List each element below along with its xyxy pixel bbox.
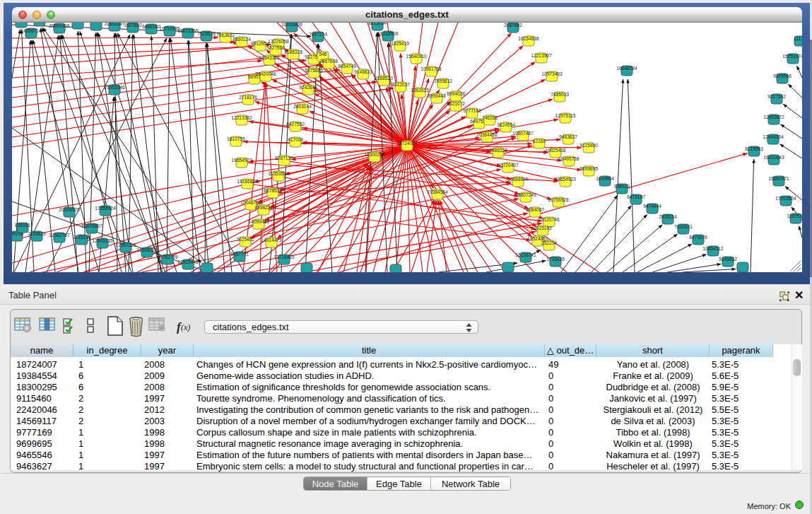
svg-text:6466160: 6466160: [142, 24, 160, 29]
svg-text:(x): (x): [181, 322, 190, 332]
svg-text:8322037: 8322037: [392, 82, 410, 87]
svg-text:15640910: 15640910: [406, 54, 427, 59]
svg-text:9146821: 9146821: [354, 69, 372, 74]
svg-text:12444154: 12444154: [763, 134, 784, 139]
svg-text:12093872: 12093872: [763, 115, 784, 119]
svg-text:9084067: 9084067: [526, 207, 544, 212]
svg-text:9329966: 9329966: [773, 74, 792, 78]
svg-text:19654923: 19654923: [555, 177, 576, 182]
svg-text:7485003: 7485003: [551, 92, 569, 97]
svg-text:62160: 62160: [533, 139, 546, 144]
svg-text:16648784: 16648784: [616, 66, 637, 71]
svg-text:8427552: 8427552: [286, 122, 305, 127]
svg-text:746266: 746266: [482, 115, 498, 120]
svg-text:10654112: 10654112: [703, 246, 724, 251]
svg-text:7857224: 7857224: [309, 32, 327, 37]
svg-text:2935114: 2935114: [659, 214, 677, 219]
svg-text:6479197: 6479197: [627, 194, 645, 199]
svg-text:16210643: 16210643: [763, 155, 784, 160]
svg-text:9474444: 9474444: [643, 204, 661, 209]
svg-text:23420046: 23420046: [255, 71, 276, 76]
svg-text:2087682: 2087682: [504, 23, 522, 28]
svg-text:15751074: 15751074: [782, 54, 802, 59]
svg-text:12505135: 12505135: [92, 238, 113, 243]
svg-text:7986322: 7986322: [489, 148, 507, 153]
svg-text:5875685: 5875685: [305, 68, 323, 73]
svg-text:10688609: 10688609: [507, 177, 529, 182]
svg-text:12923446: 12923446: [177, 259, 199, 264]
svg-text:10961758: 10961758: [420, 66, 442, 71]
svg-text:11353594: 11353594: [269, 171, 289, 176]
svg-text:2803144: 2803144: [293, 104, 312, 109]
svg-text:2718176: 2718176: [239, 95, 257, 100]
svg-text:8878532: 8878532: [264, 188, 282, 193]
svg-text:1167531: 1167531: [787, 214, 802, 218]
svg-text:10025438: 10025438: [545, 148, 566, 153]
svg-text:20206576: 20206576: [59, 207, 80, 212]
svg-text:938923: 938923: [614, 184, 630, 189]
svg-text:7955812: 7955812: [434, 78, 452, 83]
svg-text:3624554: 3624554: [497, 122, 515, 127]
svg-text:9899695: 9899695: [579, 166, 598, 171]
svg-text:11174: 11174: [794, 36, 802, 41]
svg-text:9245652: 9245652: [719, 257, 737, 262]
svg-text:13226058: 13226058: [268, 39, 289, 44]
svg-text:1527602: 1527602: [124, 23, 142, 28]
svg-text:14055714: 14055714: [20, 28, 42, 33]
svg-text:546: 546: [319, 52, 326, 57]
svg-text:16154838: 16154838: [518, 36, 539, 41]
svg-text:10807487: 10807487: [512, 131, 534, 136]
svg-text:9777169: 9777169: [463, 108, 481, 113]
svg-text:17016504: 17016504: [775, 196, 796, 201]
svg-text:18807249: 18807249: [515, 192, 536, 197]
svg-text:12942757: 12942757: [49, 233, 70, 238]
svg-text:90975887: 90975887: [81, 223, 102, 228]
svg-text:17957225: 17957225: [115, 243, 136, 247]
svg-text:1733426: 1733426: [546, 257, 565, 262]
svg-text:10756928: 10756928: [548, 197, 569, 202]
svg-text:19654923: 19654923: [231, 158, 252, 163]
svg-text:6994028: 6994028: [447, 91, 465, 96]
svg-text:8471676: 8471676: [689, 235, 707, 240]
svg-text:12213382: 12213382: [231, 115, 252, 120]
svg-text:4498222: 4498222: [254, 205, 273, 210]
svg-text:20691406: 20691406: [49, 23, 70, 28]
svg-text:15720407: 15720407: [498, 163, 519, 168]
svg-text:10853287: 10853287: [104, 23, 125, 26]
svg-text:1325419: 1325419: [391, 41, 409, 46]
svg-text:15136141: 15136141: [515, 252, 536, 257]
svg-text:16033809: 16033809: [281, 23, 302, 27]
svg-text:14914479: 14914479: [261, 238, 282, 243]
svg-text:8860124: 8860124: [233, 37, 251, 42]
svg-text:835061: 835061: [15, 223, 30, 228]
svg-text:9327500: 9327500: [266, 45, 285, 50]
svg-text:7515526: 7515526: [197, 31, 216, 36]
svg-text:1362615: 1362615: [411, 88, 429, 93]
svg-text:13716485: 13716485: [273, 255, 295, 259]
svg-text:19218506: 19218506: [377, 31, 399, 36]
svg-text:8215953: 8215953: [745, 146, 763, 151]
svg-text:7625402: 7625402: [236, 237, 254, 242]
svg-text:9227342: 9227342: [767, 94, 786, 99]
svg-text:7632621: 7632621: [674, 224, 693, 229]
svg-text:8813054: 8813054: [368, 23, 387, 25]
svg-text:9463627: 9463627: [559, 134, 577, 139]
svg-text:8267130: 8267130: [275, 156, 293, 160]
svg-text:1615192: 1615192: [534, 226, 552, 230]
svg-text:18300295: 18300295: [364, 152, 385, 157]
svg-text:14099489: 14099489: [248, 219, 269, 224]
svg-text:10543362: 10543362: [259, 55, 280, 60]
svg-text:17359924: 17359924: [95, 206, 116, 211]
svg-text:8990448: 8990448: [428, 93, 446, 98]
svg-text:252254: 252254: [541, 240, 557, 245]
svg-text:1156829: 1156829: [28, 231, 46, 236]
svg-text:10046766: 10046766: [240, 200, 261, 205]
svg-text:10958117: 10958117: [137, 247, 158, 252]
svg-text:8186328: 8186328: [284, 49, 302, 54]
svg-text:12213967: 12213967: [531, 53, 552, 58]
svg-text:19384554: 19384554: [427, 189, 448, 194]
svg-text:19166829: 19166829: [237, 179, 258, 184]
svg-text:20364436: 20364436: [476, 132, 498, 137]
svg-text:10973493: 10973493: [541, 71, 563, 76]
svg-text:2967608: 2967608: [319, 59, 338, 64]
